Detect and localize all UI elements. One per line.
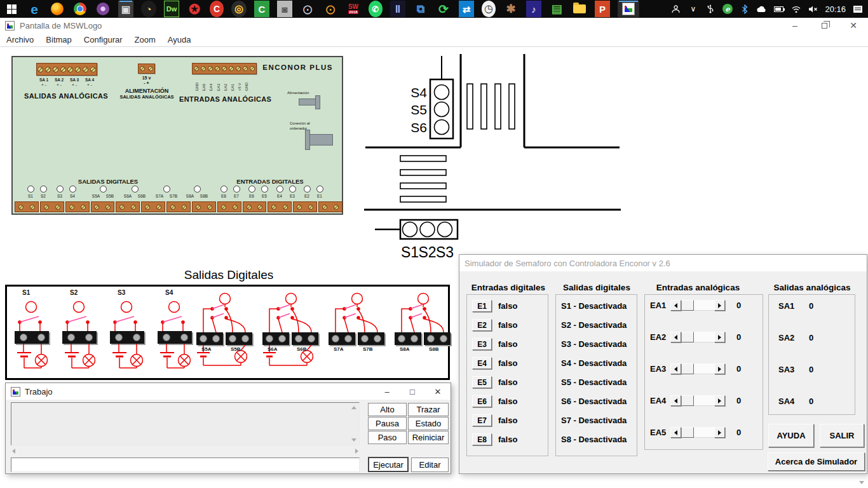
menu-bitmap[interactable]: Bitmap [46,35,71,44]
taskbar-icon-red-badge[interactable]: ✪ [187,1,202,17]
taskbar-icon-amazon-music[interactable]: ♪ [526,1,541,17]
taskbar-icon-sync[interactable]: ⟳ [436,1,451,17]
tray-chevron-icon[interactable]: ∨ [688,4,698,15]
taskbar-icon-dreamweaver[interactable]: Dw [164,1,179,17]
trabajo-maximize-button[interactable]: □ [400,383,425,400]
ea5-scrollbar[interactable] [670,427,725,438]
editar-button[interactable]: Editar [411,458,449,472]
taskbar-icon-solidworks[interactable]: SW2018 [346,1,361,17]
acerca-button[interactable]: Acerca de Simulador [768,452,865,471]
e2-button[interactable]: E2 [472,319,492,331]
output-history-area[interactable] [11,402,360,445]
e1-button[interactable]: E1 [472,300,492,312]
menu-ayuda[interactable]: Ayuda [168,35,191,44]
taskbar-icon-hand[interactable]: ✱ [503,1,519,17]
taskbar-icon-bluestacks[interactable]: ▤ [549,1,564,17]
taskbar-icon-disc-burn[interactable]: ⊙ [323,1,338,17]
scroll-left-button[interactable] [670,427,681,438]
scroll-right-button[interactable] [714,363,725,374]
scroll-track[interactable] [694,363,714,374]
trabajo-close-button[interactable]: ✕ [425,383,451,400]
scroll-track[interactable] [694,300,714,311]
ea4-scrollbar[interactable] [670,395,725,406]
ayuda-button[interactable]: AYUDA [768,424,814,447]
scroll-down-icon[interactable] [351,438,356,442]
restore-button[interactable] [810,18,839,33]
usb-icon[interactable] [705,4,715,15]
e4-button[interactable]: E4 [472,357,492,369]
taskbar-icon-start[interactable] [4,1,19,17]
minimize-button[interactable]: – [780,18,810,33]
taskbar-icon-alarms[interactable]: ◷ [482,1,496,17]
scroll-right-button[interactable] [714,395,725,406]
scroll-right-button[interactable] [714,427,725,438]
command-input[interactable] [11,458,360,472]
scroll-right-button[interactable] [714,300,725,311]
scroll-track[interactable] [694,332,714,342]
scroll-thumb[interactable] [681,332,694,342]
taskbar-icon-photos[interactable]: ▣ [118,1,133,17]
taskbar-icon-whatsapp[interactable]: ✆ [369,1,383,17]
scroll-left-button[interactable] [670,300,681,311]
output-horizontal-scrollbar[interactable] [11,447,360,455]
e5-button[interactable]: E5 [472,376,492,388]
ea2-scrollbar[interactable] [670,332,725,342]
taskbar-icon-edge[interactable]: e [27,1,42,17]
notification-center-icon[interactable] [852,4,863,15]
trazar-button[interactable]: Trazar [408,403,449,416]
scroll-up-icon[interactable] [351,406,356,409]
scroll-left-button[interactable] [670,332,681,342]
bluetooth-icon[interactable] [739,4,750,15]
close-button[interactable]: ✕ [839,18,868,33]
taskbar-icon-chrome[interactable] [72,1,88,17]
tray-clock[interactable]: 20:16 [825,4,846,15]
taskbar-icon-teamviewer[interactable]: ⇄ [459,1,474,17]
canvas-scroll-down-icon[interactable] [859,481,864,484]
taskbar-icon-globe[interactable]: ◔ [141,1,156,17]
scroll-track[interactable] [694,427,714,438]
scroll-thumb[interactable] [681,300,694,311]
menu-archivo[interactable]: Archivo [6,35,34,44]
estado-button[interactable]: Estado [408,417,449,430]
taskbar-icon-disc[interactable]: ⊙ [300,1,315,17]
e3-button[interactable]: E3 [472,338,492,350]
alto-button[interactable]: Alto [368,403,407,416]
e7-button[interactable]: E7 [472,414,492,426]
reiniciar-button[interactable]: Reiniciar [408,431,449,444]
taskbar-icon-remote-desktop[interactable]: ⧉ [413,1,428,17]
pausa-button[interactable]: Pausa [368,417,407,430]
taskbar-icon-firefox[interactable] [50,1,65,17]
taskbar-icon-tor[interactable] [95,1,111,17]
taskbar-icon-ccleaner[interactable]: C [210,1,224,17]
taskbar-icon-globe-swoosh[interactable]: ◎ [231,1,247,17]
scroll-thumb[interactable] [681,395,694,406]
e8-button[interactable]: E8 [472,433,492,445]
trabajo-minimize-button[interactable]: – [374,383,400,400]
scroll-left-icon[interactable] [12,449,15,454]
people-icon[interactable] [670,4,681,15]
taskbar-icon-hisuite[interactable]: ‖ [390,1,405,17]
scroll-thumb[interactable] [681,363,694,374]
battery-icon[interactable] [773,4,784,15]
e6-button[interactable]: E6 [472,395,492,407]
ea1-scrollbar[interactable] [670,300,725,311]
paso-button[interactable]: Paso [368,431,407,444]
menu-configurar[interactable]: Configurar [84,35,123,44]
taskbar-icon-powerpoint[interactable]: P [595,1,610,17]
scroll-left-button[interactable] [670,395,681,406]
taskbar-icon-explorer[interactable] [572,1,587,17]
scroll-right-icon[interactable] [355,449,358,454]
taskbar-icon-camtasia[interactable]: C [254,1,269,17]
ejecutar-button[interactable]: Ejecutar [368,457,409,472]
ea3-scrollbar[interactable] [670,363,725,374]
taskbar-icon-mswlogo[interactable] [618,1,639,17]
scroll-left-button[interactable] [670,363,681,374]
menu-zoom[interactable]: Zoom [135,35,156,44]
wifi-icon[interactable] [790,4,801,15]
salir-button[interactable]: SALIR [820,424,864,447]
scroll-thumb[interactable] [681,427,694,438]
onedrive-cloud-icon[interactable] [756,4,767,15]
taskbar-icon-camera[interactable]: ◙ [277,1,292,17]
scroll-right-button[interactable] [714,332,725,342]
scroll-track[interactable] [694,395,714,406]
